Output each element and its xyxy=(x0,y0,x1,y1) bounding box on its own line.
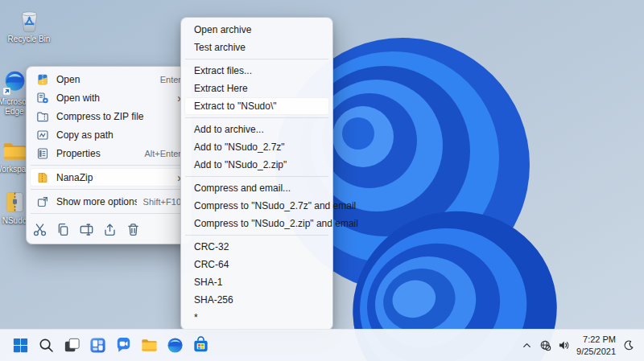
taskbar: 7:22 PM 9/25/2021 xyxy=(0,329,644,361)
taskbar-buttons xyxy=(9,334,213,357)
delete-icon xyxy=(126,222,141,237)
copy-path-icon xyxy=(36,129,49,142)
taskbar-task-view-button[interactable] xyxy=(60,334,84,357)
submenu-item-compress-to-nsudo-2-7z-and-email[interactable]: Compress to "NSudo_2.7z" and email xyxy=(184,197,329,215)
submenu-item-extract-to-nsudo[interactable]: Extract to "NSudo\" xyxy=(184,97,329,115)
menu-item-label: Open with xyxy=(56,92,171,104)
taskbar-clock[interactable]: 7:22 PM 9/25/2021 xyxy=(576,334,616,357)
menu-separator xyxy=(185,176,328,177)
system-tray: 7:22 PM 9/25/2021 xyxy=(521,334,644,357)
submenu-item-item[interactable]: * xyxy=(184,309,329,326)
menu-item-shortcut: Alt+Enter xyxy=(144,149,181,158)
share-button[interactable] xyxy=(101,220,118,238)
context-menu: OpenEnterOpen with›Compress to ZIP fileC… xyxy=(26,66,192,244)
submenu-item-sha-1[interactable]: SHA-1 xyxy=(184,273,329,291)
clock-date: 9/25/2021 xyxy=(576,346,616,357)
microsoft-edge-icon xyxy=(1,69,28,96)
menu-item-show-more-options[interactable]: Show more optionsShift+F10 xyxy=(30,192,188,211)
taskbar-chat-button[interactable] xyxy=(112,334,135,357)
open-file-icon xyxy=(36,73,49,86)
rename-button[interactable] xyxy=(77,220,95,238)
menu-separator xyxy=(31,213,187,214)
taskbar-store-button[interactable] xyxy=(189,334,213,357)
edge-icon xyxy=(166,336,184,355)
properties-icon xyxy=(36,147,49,160)
network-icon[interactable] xyxy=(539,339,551,351)
rename-icon xyxy=(79,222,94,237)
share-icon xyxy=(102,222,118,237)
submenu-item-extract-here[interactable]: Extract Here xyxy=(184,80,329,97)
menu-separator xyxy=(185,117,328,118)
show-more-icon xyxy=(36,195,49,208)
file-explorer-icon xyxy=(140,336,159,355)
cut-icon xyxy=(32,222,47,237)
submenu-item-crc-64[interactable]: CRC-64 xyxy=(184,256,329,273)
submenu-item-add-to-nsudo-2-7z[interactable]: Add to "NSudo_2.7z" xyxy=(184,138,329,156)
submenu-item-compress-and-email[interactable]: Compress and email... xyxy=(184,179,329,197)
menu-separator xyxy=(31,189,187,190)
cut-button[interactable] xyxy=(31,220,48,238)
menu-item-shortcut: Enter xyxy=(160,75,181,84)
taskbar-search-button[interactable] xyxy=(35,334,58,357)
nanazip-submenu: Open archiveTest archiveExtract files...… xyxy=(180,17,333,330)
taskbar-edge-button[interactable] xyxy=(163,334,187,357)
menu-item-compress-to-zip-file[interactable]: Compress to ZIP file xyxy=(30,107,188,125)
menu-item-open[interactable]: OpenEnter xyxy=(30,70,188,88)
context-menu-items: OpenEnterOpen with›Compress to ZIP fileC… xyxy=(30,70,188,214)
menu-item-nanazip[interactable]: NanaZip› xyxy=(30,168,188,187)
menu-item-label: Open xyxy=(56,74,154,85)
menu-item-label: Show more options xyxy=(56,196,137,207)
delete-button[interactable] xyxy=(124,220,142,238)
tray-icons xyxy=(521,339,570,351)
chat-icon xyxy=(114,336,133,355)
submenu-item-compress-to-nsudo-2-zip-and-email[interactable]: Compress to "NSudo_2.zip" and email xyxy=(184,215,329,232)
moon-icon[interactable] xyxy=(622,339,634,351)
copy-icon xyxy=(56,222,71,237)
submenu-item-open-archive[interactable]: Open archive xyxy=(184,21,329,39)
desktop: Recycle BinMicrosoft EdgeWorkspaceNSudo … xyxy=(0,0,644,361)
store-icon xyxy=(192,336,210,355)
volume-icon[interactable] xyxy=(558,339,570,351)
desktop-icon-label: Recycle Bin xyxy=(8,35,51,44)
clock-time: 7:22 PM xyxy=(576,334,616,345)
taskbar-widgets-button[interactable] xyxy=(86,334,109,357)
copy-button[interactable] xyxy=(54,220,72,238)
submenu-item-add-to-archive[interactable]: Add to archive... xyxy=(184,121,329,138)
menu-item-label: NanaZip xyxy=(56,172,171,183)
submenu-item-crc-32[interactable]: CRC-32 xyxy=(184,238,329,256)
menu-item-shortcut: Shift+F10 xyxy=(143,197,181,207)
nanazip-icon xyxy=(36,171,49,184)
desktop-icon-recycle-bin[interactable]: Recycle Bin xyxy=(9,6,49,44)
submenu-item-sha-256[interactable]: SHA-256 xyxy=(184,291,329,309)
compress-zip-icon xyxy=(36,110,49,123)
search-icon xyxy=(37,336,56,355)
menu-item-label: Properties xyxy=(56,148,138,159)
widgets-icon xyxy=(89,336,107,355)
recycle-bin-icon xyxy=(15,6,43,34)
chevron-up-icon[interactable] xyxy=(521,339,533,351)
open-with-icon xyxy=(36,92,49,105)
submenu-item-add-to-nsudo-2-zip[interactable]: Add to "NSudo_2.zip" xyxy=(184,156,329,174)
taskbar-file-explorer-button[interactable] xyxy=(138,334,161,357)
desktop-icon-label: NSudo xyxy=(2,216,27,226)
menu-item-label: Compress to ZIP file xyxy=(56,111,181,122)
menu-separator xyxy=(185,235,328,236)
taskbar-start-button[interactable] xyxy=(9,334,32,357)
submenu-item-test-archive[interactable]: Test archive xyxy=(184,39,329,56)
nsudo-archive-icon xyxy=(1,188,28,215)
menu-item-copy-as-path[interactable]: Copy as path xyxy=(30,125,188,144)
menu-separator xyxy=(31,165,187,166)
menu-item-properties[interactable]: PropertiesAlt+Enter xyxy=(30,144,188,162)
menu-item-open-with[interactable]: Open with› xyxy=(30,88,188,107)
folder-icon xyxy=(1,137,28,164)
start-icon xyxy=(11,336,30,355)
menu-separator xyxy=(185,59,328,59)
menu-item-label: Copy as path xyxy=(56,129,181,141)
quick-actions-row xyxy=(30,216,188,240)
task-view-icon xyxy=(63,336,81,355)
tray-icons-right xyxy=(622,339,634,351)
submenu-item-extract-files[interactable]: Extract files... xyxy=(184,62,329,80)
